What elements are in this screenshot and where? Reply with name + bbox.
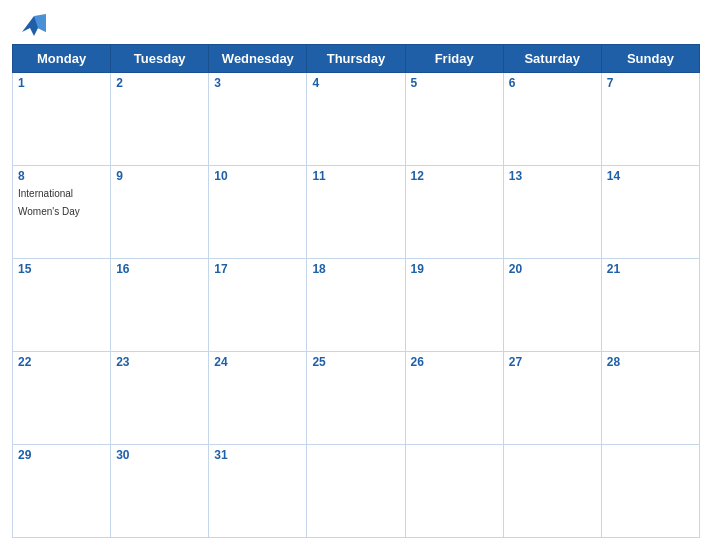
calendar-cell: 23: [111, 352, 209, 445]
day-number: 13: [509, 169, 596, 183]
week-row-4: 22232425262728: [13, 352, 700, 445]
day-number: 9: [116, 169, 203, 183]
day-number: 11: [312, 169, 399, 183]
day-number: 22: [18, 355, 105, 369]
calendar-container: MondayTuesdayWednesdayThursdayFridaySatu…: [0, 44, 712, 550]
day-number: 10: [214, 169, 301, 183]
calendar-cell: 7: [601, 73, 699, 166]
day-number: 19: [411, 262, 498, 276]
calendar-cell: [503, 445, 601, 538]
day-number: 17: [214, 262, 301, 276]
calendar-cell: 29: [13, 445, 111, 538]
day-number: 20: [509, 262, 596, 276]
day-number: 23: [116, 355, 203, 369]
day-number: 31: [214, 448, 301, 462]
day-number: 3: [214, 76, 301, 90]
calendar-cell: 9: [111, 166, 209, 259]
calendar-cell: 20: [503, 259, 601, 352]
week-row-3: 15161718192021: [13, 259, 700, 352]
day-number: 1: [18, 76, 105, 90]
calendar-cell: 2: [111, 73, 209, 166]
calendar-cell: 4: [307, 73, 405, 166]
calendar-cell: 11: [307, 166, 405, 259]
calendar-cell: 6: [503, 73, 601, 166]
day-number: 2: [116, 76, 203, 90]
calendar-cell: 8International Women's Day: [13, 166, 111, 259]
calendar-cell: 10: [209, 166, 307, 259]
calendar-cell: 24: [209, 352, 307, 445]
calendar-page: MondayTuesdayWednesdayThursdayFridaySatu…: [0, 0, 712, 550]
calendar-cell: 3: [209, 73, 307, 166]
calendar-cell: 12: [405, 166, 503, 259]
day-number: 18: [312, 262, 399, 276]
event-label: International Women's Day: [18, 188, 80, 217]
calendar-cell: [307, 445, 405, 538]
weekday-header-row: MondayTuesdayWednesdayThursdayFridaySatu…: [13, 45, 700, 73]
day-number: 27: [509, 355, 596, 369]
day-number: 16: [116, 262, 203, 276]
calendar-cell: [405, 445, 503, 538]
calendar-cell: 5: [405, 73, 503, 166]
day-number: 21: [607, 262, 694, 276]
calendar-cell: 18: [307, 259, 405, 352]
logo-bird-icon: [18, 10, 50, 38]
day-number: 25: [312, 355, 399, 369]
calendar-cell: 13: [503, 166, 601, 259]
weekday-header-tuesday: Tuesday: [111, 45, 209, 73]
week-row-1: 1234567: [13, 73, 700, 166]
day-number: 7: [607, 76, 694, 90]
calendar-cell: 27: [503, 352, 601, 445]
weekday-header-friday: Friday: [405, 45, 503, 73]
calendar-cell: 17: [209, 259, 307, 352]
calendar-cell: 21: [601, 259, 699, 352]
day-number: 28: [607, 355, 694, 369]
day-number: 8: [18, 169, 105, 183]
day-number: 4: [312, 76, 399, 90]
weekday-header-thursday: Thursday: [307, 45, 405, 73]
calendar-cell: 31: [209, 445, 307, 538]
calendar-cell: 16: [111, 259, 209, 352]
calendar-table: MondayTuesdayWednesdayThursdayFridaySatu…: [12, 44, 700, 538]
week-row-5: 293031: [13, 445, 700, 538]
calendar-cell: 1: [13, 73, 111, 166]
day-number: 12: [411, 169, 498, 183]
week-row-2: 8International Women's Day91011121314: [13, 166, 700, 259]
weekday-header-saturday: Saturday: [503, 45, 601, 73]
weekday-header-wednesday: Wednesday: [209, 45, 307, 73]
day-number: 30: [116, 448, 203, 462]
calendar-cell: 26: [405, 352, 503, 445]
day-number: 15: [18, 262, 105, 276]
calendar-cell: 14: [601, 166, 699, 259]
calendar-cell: [601, 445, 699, 538]
calendar-cell: 19: [405, 259, 503, 352]
day-number: 29: [18, 448, 105, 462]
weekday-header-sunday: Sunday: [601, 45, 699, 73]
calendar-cell: 25: [307, 352, 405, 445]
logo: [18, 10, 54, 38]
calendar-cell: 30: [111, 445, 209, 538]
calendar-cell: 15: [13, 259, 111, 352]
calendar-cell: 22: [13, 352, 111, 445]
calendar-cell: 28: [601, 352, 699, 445]
day-number: 14: [607, 169, 694, 183]
day-number: 5: [411, 76, 498, 90]
weekday-header-monday: Monday: [13, 45, 111, 73]
header: [0, 0, 712, 44]
day-number: 6: [509, 76, 596, 90]
day-number: 24: [214, 355, 301, 369]
day-number: 26: [411, 355, 498, 369]
